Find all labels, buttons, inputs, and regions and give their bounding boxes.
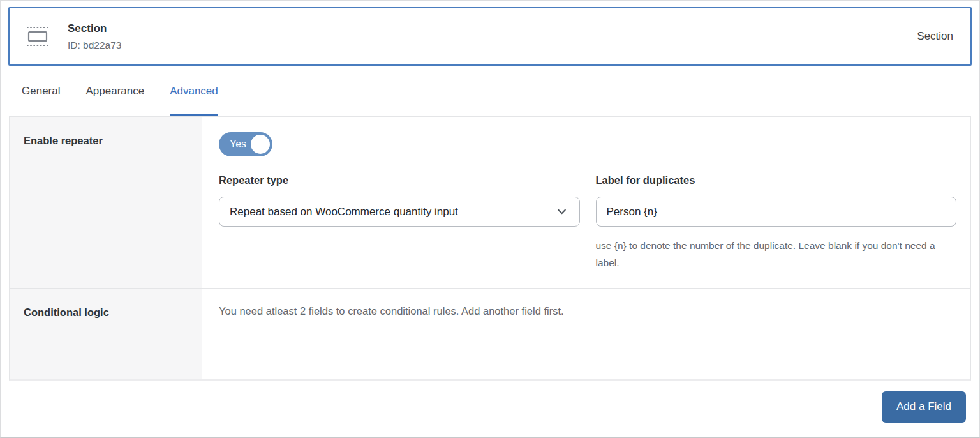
repeater-type-field: Repeater type Repeat based on WooCommerc… bbox=[219, 174, 580, 271]
repeater-type-selected-value: Repeat based on WooCommerce quantity inp… bbox=[230, 206, 458, 218]
duplicates-help-text: use {n} to denote the number of the dupl… bbox=[596, 238, 957, 271]
row-conditional-logic: Conditional logic You need atleast 2 fie… bbox=[10, 288, 970, 379]
add-field-button[interactable]: Add a Field bbox=[882, 391, 966, 423]
section-type-label: Section bbox=[917, 30, 953, 43]
repeater-type-label: Repeater type bbox=[219, 174, 580, 186]
section-title: Section bbox=[68, 22, 121, 35]
footer: Add a Field bbox=[1, 381, 979, 432]
conditional-logic-label: Conditional logic bbox=[10, 289, 202, 379]
enable-repeater-content: Yes Repeater type Repeat based on WooCom… bbox=[202, 117, 970, 288]
enable-repeater-toggle[interactable]: Yes bbox=[219, 132, 272, 156]
tab-appearance[interactable]: Appearance bbox=[85, 66, 144, 116]
section-header-card[interactable]: Section ID: bd22a73 Section bbox=[8, 7, 972, 66]
header-titles: Section ID: bd22a73 bbox=[68, 22, 121, 51]
settings-tabs: General Appearance Advanced bbox=[1, 66, 979, 116]
duplicates-label-field: Label for duplicates use {n} to denote t… bbox=[596, 174, 957, 271]
repeater-fields: Repeater type Repeat based on WooCommerc… bbox=[219, 174, 956, 271]
tab-advanced[interactable]: Advanced bbox=[170, 66, 218, 116]
chevron-down-icon bbox=[556, 206, 567, 217]
repeater-type-select[interactable]: Repeat based on WooCommerce quantity inp… bbox=[219, 197, 580, 227]
toggle-label: Yes bbox=[230, 139, 246, 150]
section-icon bbox=[25, 25, 50, 48]
section-id: ID: bd22a73 bbox=[68, 40, 121, 51]
section-header-left: Section ID: bd22a73 bbox=[25, 22, 121, 51]
duplicates-input[interactable] bbox=[596, 197, 957, 227]
duplicates-label: Label for duplicates bbox=[596, 174, 957, 186]
enable-repeater-label: Enable repeater bbox=[10, 117, 202, 288]
conditional-logic-message: You need atleast 2 fields to create cond… bbox=[202, 289, 970, 379]
toggle-knob bbox=[251, 135, 270, 154]
tab-general[interactable]: General bbox=[22, 66, 60, 116]
row-enable-repeater: Enable repeater Yes Repeater type Repeat… bbox=[10, 117, 970, 288]
settings-rows: Enable repeater Yes Repeater type Repeat… bbox=[9, 116, 971, 381]
